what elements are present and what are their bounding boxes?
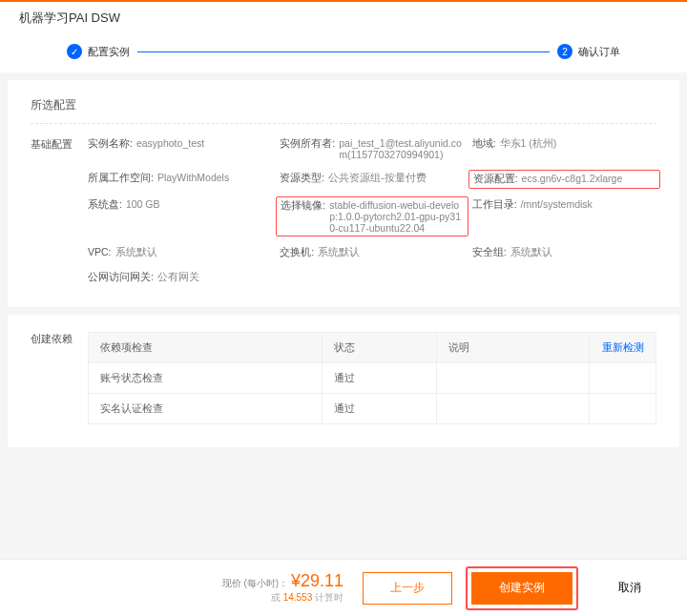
- table-row: 账号状态检查通过: [89, 363, 656, 394]
- gateway-value: 公有网关: [157, 271, 199, 284]
- sg-label: 安全组:: [472, 246, 507, 259]
- workdir-label: 工作目录:: [472, 198, 517, 235]
- rescfg-value: ecs.gn6v-c8g1.2xlarge: [522, 173, 623, 186]
- vpc-value: 系统默认: [115, 246, 157, 259]
- restype-value: 公共资源组-按量付费: [328, 172, 427, 187]
- step-1: ✓ 配置实例: [67, 44, 130, 59]
- dep-item: 实名认证检查: [89, 394, 323, 424]
- gateway-label: 公网访问网关:: [88, 271, 154, 284]
- image-label: 选择镜像:: [281, 199, 325, 234]
- dep-status: 通过: [323, 394, 437, 424]
- cancel-button[interactable]: 取消: [592, 572, 668, 605]
- config-panel: 所选配置 基础配置 实例名称:easyphoto_test 实例所有者:pai_…: [8, 80, 679, 307]
- switch-value: 系统默认: [318, 246, 360, 259]
- disk-value: 100 GB: [126, 198, 160, 235]
- image-highlight: 选择镜像:stable-diffusion-webui-develop:1.0.…: [276, 196, 468, 236]
- price-block: 现价 (每小时)： ¥29.11 或 14.553 计算时: [222, 571, 344, 605]
- deps-title: 创建依赖: [31, 332, 88, 424]
- dep-item: 账号状态检查: [89, 363, 323, 394]
- image-value: stable-diffusion-webui-develop:1.0.0-pyt…: [329, 199, 463, 234]
- vpc-label: VPC:: [88, 246, 112, 259]
- rescfg-label: 资源配置:: [473, 173, 518, 186]
- currency: ¥: [291, 571, 301, 590]
- config-panel-title: 所选配置: [31, 97, 656, 113]
- check-icon: ✓: [67, 44, 82, 59]
- workspace-label: 所属工作空间:: [88, 172, 154, 187]
- dep-status: 通过: [323, 363, 437, 394]
- step-2: 2 确认订单: [557, 44, 620, 59]
- disk-label: 系统盘:: [88, 198, 122, 235]
- step-1-label: 配置实例: [88, 45, 130, 59]
- region-value: 华东1 (杭州): [500, 137, 557, 160]
- owner-label: 实例所有者:: [280, 137, 335, 160]
- create-button[interactable]: 创建实例: [471, 572, 572, 605]
- name-label: 实例名称:: [88, 137, 133, 160]
- deps-th-desc: 说明: [437, 333, 590, 363]
- workdir-value: /mnt/systemdisk: [521, 198, 593, 235]
- create-button-highlight: 创建实例: [466, 566, 578, 610]
- step-nav: ✓ 配置实例 2 确认订单: [0, 34, 687, 72]
- deps-th-status: 状态: [323, 333, 437, 363]
- step-connector: [137, 51, 550, 52]
- resource-config-highlight: 资源配置:ecs.gn6v-c8g1.2xlarge: [468, 170, 660, 189]
- region-label: 地域:: [472, 137, 496, 160]
- recheck-link[interactable]: 重新检测: [602, 341, 644, 353]
- page-title: 机器学习PAI DSW: [0, 2, 687, 34]
- owner-value: pai_test_1@test.aliyunid.com(11577032709…: [339, 137, 464, 160]
- prev-button[interactable]: 上一步: [363, 572, 452, 605]
- restype-label: 资源类型:: [280, 172, 324, 187]
- compute-hours: 14.553: [283, 592, 315, 603]
- price-value: 29.11: [301, 571, 344, 590]
- switch-label: 交换机:: [280, 246, 314, 259]
- table-row: 实名认证检查通过: [89, 394, 656, 424]
- step-2-number: 2: [557, 44, 572, 59]
- footer-bar: 现价 (每小时)： ¥29.11 或 14.553 计算时 上一步 创建实例 取…: [0, 559, 687, 616]
- deps-th-item: 依赖项检查: [89, 333, 323, 363]
- deps-table: 依赖项检查 状态 说明 重新检测 账号状态检查通过 实名认证检查通过: [88, 332, 656, 424]
- sg-value: 系统默认: [510, 246, 552, 259]
- price-label: 现价 (每小时)：: [222, 578, 288, 588]
- name-value: easyphoto_test: [136, 137, 204, 160]
- workspace-value: PlayWithModels: [157, 172, 229, 187]
- section-basic: 基础配置: [31, 137, 88, 284]
- step-2-label: 确认订单: [578, 45, 620, 59]
- deps-panel: 创建依赖 依赖项检查 状态 说明 重新检测 账号状态检查通过 实名认证检查通过: [8, 315, 679, 447]
